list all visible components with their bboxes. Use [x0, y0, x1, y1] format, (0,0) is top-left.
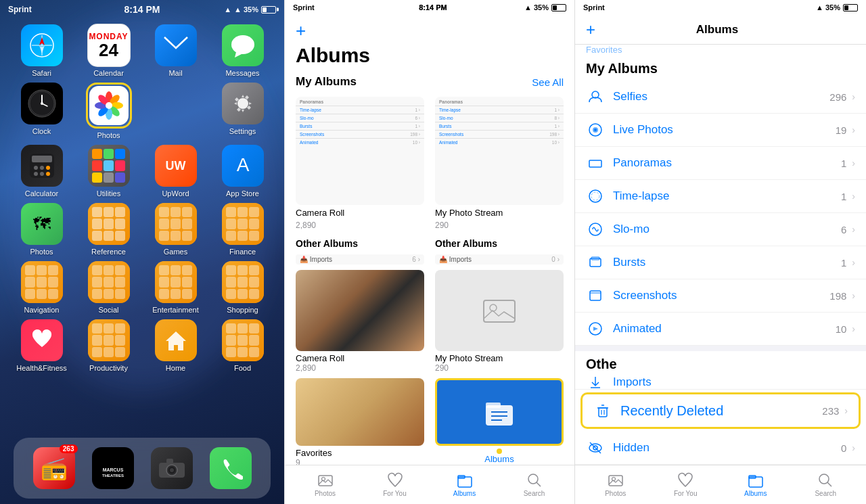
- albums-icon-detail: [748, 472, 764, 488]
- svg-point-79: [612, 478, 615, 481]
- panel-albums-detail: Sprint 8:14 PM ▲ 35% + Albums Favorites …: [575, 0, 866, 504]
- tab-search-detail[interactable]: Search: [791, 472, 861, 497]
- app-calculator[interactable]: Calculator: [14, 145, 70, 198]
- svg-rect-23: [32, 156, 52, 162]
- album-photo-stream[interactable]: Panoramas Time-lapse1 › Slo-mo8 › Bursts…: [435, 97, 564, 230]
- tab-search[interactable]: Search: [499, 472, 569, 497]
- app-messages[interactable]: Messages: [214, 24, 271, 77]
- app-social[interactable]: Social: [81, 261, 137, 314]
- svg-rect-63: [590, 291, 601, 300]
- tab-photos[interactable]: Photos: [290, 472, 360, 497]
- chevron-icon-rd: ›: [844, 405, 848, 416]
- tab-bar-detail: Photos For You Albums Search: [575, 465, 866, 504]
- see-all-button[interactable]: See All: [532, 76, 564, 88]
- list-item-selfies[interactable]: Selfies 296 ›: [575, 81, 866, 114]
- dock-phone[interactable]: [210, 447, 252, 489]
- add-album-button[interactable]: +: [296, 20, 306, 41]
- app-health[interactable]: Health&Fitness: [14, 319, 70, 372]
- app-safari[interactable]: Safari: [14, 24, 70, 77]
- list-item-imports[interactable]: Imports: [575, 375, 866, 390]
- list-item-recently-deleted[interactable]: Recently Deleted 233 ›: [583, 394, 859, 427]
- list-item-hidden[interactable]: Hidden 0 ›: [575, 432, 866, 465]
- tab-albums-detail[interactable]: Albums: [721, 472, 791, 497]
- status-carrier: Sprint: [8, 5, 32, 14]
- list-item-panoramas[interactable]: Panoramas 1 ›: [575, 147, 866, 180]
- tab-albums-active[interactable]: Albums: [430, 472, 499, 497]
- svg-point-82: [819, 474, 829, 484]
- my-albums-section-header: My Albums See All: [285, 72, 574, 91]
- battery-icon: [261, 6, 276, 14]
- search-tab-icon: [526, 472, 543, 488]
- tab-for-you-detail[interactable]: For You: [651, 472, 721, 497]
- albums-tab-icon-active: [457, 472, 473, 488]
- app-settings[interactable]: Settings: [214, 83, 271, 139]
- svg-rect-78: [609, 476, 622, 486]
- list-item-slomo[interactable]: Slo-mo 6 ›: [575, 213, 866, 246]
- dock-theater[interactable]: MARCUSTHEATRES: [92, 447, 134, 489]
- calendar-icon: Monday 24: [88, 24, 130, 66]
- app-photos[interactable]: Photos: [81, 83, 137, 139]
- app-food[interactable]: Food: [214, 319, 271, 372]
- app-home[interactable]: Home: [147, 319, 204, 372]
- tab-for-you[interactable]: For You: [360, 472, 430, 497]
- svg-point-38: [170, 468, 174, 472]
- app-appstore[interactable]: A App Store: [214, 145, 271, 198]
- svg-text:MARCUS: MARCUS: [102, 467, 123, 472]
- album-stream-large[interactable]: My Photo Stream 290: [435, 270, 564, 373]
- search-icon-detail: [817, 472, 834, 488]
- panel-albums-list: Sprint 8:14 PM ▲ 35% + Albums My Albums …: [284, 0, 575, 504]
- chevron-icon-lp: ›: [852, 124, 855, 135]
- list-item-timelapse[interactable]: Time-lapse 1 ›: [575, 180, 866, 213]
- app-navigation[interactable]: Navigation: [14, 261, 70, 314]
- status-right: ▲ ▲ 35%: [224, 5, 276, 14]
- app-games[interactable]: Games: [147, 203, 204, 256]
- album-camera-roll-large[interactable]: Camera Roll 2,890: [296, 270, 424, 373]
- albums-title: Albums: [285, 44, 574, 72]
- svg-point-29: [46, 172, 50, 176]
- photos-tab-icon: [317, 472, 334, 488]
- app-wallet[interactable]: [147, 83, 204, 139]
- svg-point-12: [41, 102, 43, 105]
- app-entertainment[interactable]: Entertainment: [147, 261, 204, 314]
- recently-deleted-highlight-box: Recently Deleted 233 ›: [580, 392, 861, 429]
- dock-camera[interactable]: [151, 447, 193, 489]
- panel-home-screen: Sprint 8:14 PM ▲ ▲ 35% Safari Monday 24 …: [0, 0, 284, 504]
- other-albums-section-divider: Othe: [575, 346, 866, 375]
- list-item-live-photos[interactable]: Live Photos 19 ›: [575, 114, 866, 147]
- app-clock[interactable]: Clock: [14, 83, 70, 139]
- app-reference[interactable]: Reference: [81, 203, 137, 256]
- list-item-bursts[interactable]: Bursts 1 ›: [575, 246, 866, 279]
- chevron-icon-sm: ›: [852, 224, 855, 235]
- list-item-screenshots[interactable]: Screenshots 198 ›: [575, 279, 866, 313]
- app-calendar[interactable]: Monday 24 Calendar: [81, 24, 137, 77]
- svg-point-48: [321, 478, 325, 481]
- app-productivity[interactable]: Productivity: [81, 319, 137, 372]
- albums-scroll-area: Panoramas Time-lapse1 › Slo-mo6 › Bursts…: [285, 91, 574, 465]
- svg-marker-31: [166, 331, 186, 350]
- albums-grid: Panoramas Time-lapse1 › Slo-mo6 › Bursts…: [290, 91, 569, 235]
- albums-tab-item[interactable]: Albums: [435, 378, 564, 465]
- tab-photos-detail[interactable]: Photos: [580, 472, 651, 497]
- for-you-icon-detail: [677, 472, 693, 488]
- album-favorites[interactable]: Favorites 9: [296, 378, 424, 465]
- list-item-animated[interactable]: Animated 10 ›: [575, 313, 866, 346]
- for-you-tab-icon: [387, 472, 403, 488]
- svg-point-59: [591, 192, 599, 200]
- app-finance[interactable]: Finance: [214, 203, 271, 256]
- app-maps[interactable]: 🗺 Photos: [14, 203, 70, 256]
- tab-bar-albums: Photos For You Albums Search: [285, 465, 574, 504]
- chevron-icon-ss: ›: [852, 290, 855, 301]
- svg-point-24: [34, 166, 38, 170]
- chevron-icon-an: ›: [852, 323, 855, 334]
- chevron-icon: ›: [852, 91, 855, 102]
- app-shopping[interactable]: Shopping: [214, 261, 271, 314]
- app-upword[interactable]: UW UpWord: [147, 145, 204, 198]
- svg-rect-57: [589, 160, 601, 167]
- dock-radio[interactable]: 📻 263: [33, 447, 75, 489]
- add-button-detail[interactable]: +: [586, 20, 595, 39]
- app-mail[interactable]: Mail: [147, 24, 204, 77]
- chevron-icon-h: ›: [852, 442, 855, 453]
- album-camera-roll[interactable]: Panoramas Time-lapse1 › Slo-mo6 › Bursts…: [296, 97, 424, 230]
- app-utilities[interactable]: Utilities: [81, 145, 137, 198]
- svg-point-26: [46, 166, 50, 170]
